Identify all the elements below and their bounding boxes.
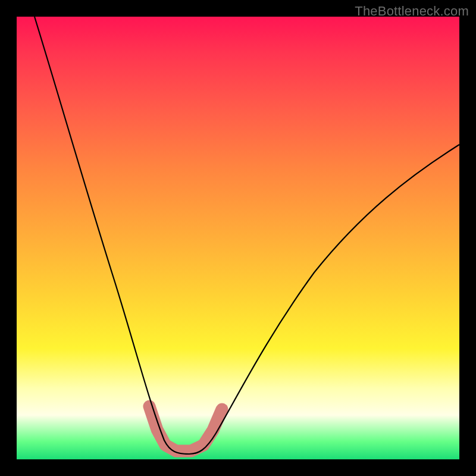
chart-overlay-svg [17, 17, 459, 459]
watermark-text: TheBottleneck.com [355, 4, 469, 19]
chart-frame: TheBottleneck.com [0, 0, 476, 476]
bottleneck-curve [35, 17, 459, 454]
